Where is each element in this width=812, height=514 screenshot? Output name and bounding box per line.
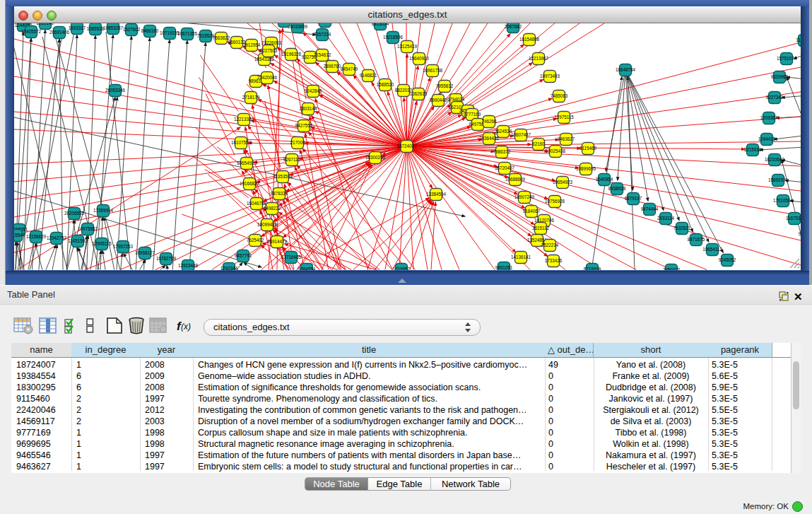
svg-text:20691406: 20691406 [49,30,70,35]
svg-text:13384554: 13384554 [426,192,447,197]
svg-text:8454749: 8454749 [341,66,358,71]
svg-text:8227503: 8227503 [260,48,278,53]
svg-text:10654112: 10654112 [702,247,722,252]
svg-text:15692971: 15692971 [768,177,789,182]
svg-text:8267110: 8267110 [283,157,301,162]
svg-text:9115460: 9115460 [579,146,597,151]
svg-text:9146821: 9146821 [360,73,377,78]
svg-text:1588520: 1588520 [377,82,394,87]
svg-text:15640910: 15640910 [409,56,430,61]
svg-text:3915547: 3915547 [14,233,25,238]
svg-text:2087682: 2087682 [505,24,522,29]
svg-text:217006: 217006 [290,140,305,145]
svg-text:20206555: 20206555 [64,211,85,216]
svg-text:16154808: 16154808 [519,37,540,42]
svg-text:8466160: 8466160 [141,28,159,33]
svg-text:17957253: 17957253 [113,244,134,249]
svg-text:9384554: 9384554 [298,267,316,270]
svg-text:17010504: 17010504 [773,198,794,203]
svg-text:18300295: 18300295 [365,155,386,160]
svg-text:8215938: 8215938 [744,147,762,152]
svg-text:26053346: 26053346 [105,88,126,93]
svg-text:2069140: 2069140 [37,23,54,25]
svg-text:10973493: 10973493 [540,74,560,78]
svg-text:8427552: 8427552 [295,123,313,128]
svg-text:16107553: 16107553 [231,140,252,145]
svg-text:2522214: 2522214 [541,243,559,247]
svg-text:15751074: 15751074 [777,56,797,61]
svg-text:12942757: 12942757 [47,235,67,240]
svg-text:8938928: 8938928 [608,186,626,191]
svg-text:16210643: 16210643 [765,157,785,162]
svg-text:19654923: 19654923 [553,180,573,185]
svg-text:16099489: 16099489 [257,222,278,227]
svg-text:8471675: 8471675 [688,237,705,242]
svg-text:6879197: 6879197 [625,196,642,201]
svg-text:19218596: 19218596 [383,35,404,40]
svg-text:17359914: 17359914 [93,208,114,213]
svg-text:15720407: 15720407 [495,165,515,170]
svg-text:9329965: 9329965 [771,74,789,79]
svg-text:7485063: 7485063 [551,93,568,98]
svg-text:2896760: 2896760 [324,64,341,69]
svg-text:7632821: 7632821 [673,226,691,230]
svg-text:7955812: 7955812 [436,83,454,88]
svg-text:1693317: 1693317 [69,25,86,30]
svg-text:2718179: 2718179 [242,95,260,100]
svg-text:7357224: 7357224 [314,32,331,37]
svg-text:7625402: 7625402 [247,238,264,243]
svg-text:18724007: 18724007 [396,144,417,148]
svg-text:1292344: 1292344 [220,266,238,270]
svg-text:12213383: 12213383 [234,117,254,122]
svg-text:10756928: 10756928 [545,199,565,204]
svg-text:(x): (x) [181,322,191,332]
svg-text:10688609: 10688609 [505,177,526,182]
svg-text:7986372: 7986372 [493,149,511,154]
svg-text:12923448: 12923448 [178,263,199,268]
svg-text:10025438: 10025438 [546,148,566,153]
svg-text:9498222: 9498222 [264,206,281,211]
svg-text:1362615: 1362615 [410,91,428,96]
svg-text:1615112: 1615112 [532,226,550,230]
svg-text:1112604: 1112604 [796,37,801,42]
svg-text:12905115: 12905115 [92,241,112,246]
svg-text:3624534: 3624534 [495,129,512,134]
svg-text:1209387: 1209387 [760,115,778,120]
svg-text:1244415: 1244415 [758,136,776,141]
svg-text:19654923: 19654923 [237,160,257,165]
svg-text:1640954: 1640954 [596,177,613,182]
svg-text:23420046: 23420046 [257,75,278,80]
svg-text:13125419: 13125419 [397,44,418,49]
svg-text:1733426: 1733426 [545,258,563,263]
svg-text:18196328: 18196328 [281,52,302,57]
svg-text:3912954: 3912954 [243,42,261,47]
svg-text:9463627: 9463627 [558,136,575,141]
svg-text:10607487: 10607487 [511,132,531,137]
svg-text:1527602: 1527602 [123,27,141,32]
svg-text:19166827: 19166827 [240,181,260,186]
svg-text:8813054: 8813054 [372,23,389,26]
svg-text:12975115: 12975115 [554,115,574,119]
svg-text:9242848: 9242848 [305,88,322,93]
svg-text:10958127: 10958127 [135,250,155,255]
svg-text:9891051: 9891051 [495,265,513,270]
svg-text:13716485: 13716485 [281,255,302,259]
svg-text:62160: 62160 [532,141,545,146]
svg-text:9457791: 9457791 [235,253,252,258]
svg-text:12405572: 12405572 [21,29,42,34]
svg-text:20364436: 20364436 [479,136,500,141]
svg-text:2933114: 2933114 [657,216,675,221]
svg-text:12156829: 12156829 [26,234,47,239]
svg-text:8219910: 8219910 [584,267,601,270]
svg-text:16543382: 16543382 [254,57,275,62]
svg-text:9245052: 9245052 [719,257,736,262]
svg-text:1319952: 1319952 [393,267,411,270]
svg-text:9474444: 9474444 [641,206,659,211]
svg-text:14136141: 14136141 [511,255,531,259]
svg-text:12213967: 12213967 [529,56,549,61]
svg-text:10975887: 10975887 [78,226,98,231]
svg-text:2803144: 2803144 [300,106,317,111]
svg-text:11451593: 11451593 [68,238,88,243]
svg-text:9245052: 9245052 [799,231,801,236]
svg-text:16046788: 16046788 [247,201,267,206]
